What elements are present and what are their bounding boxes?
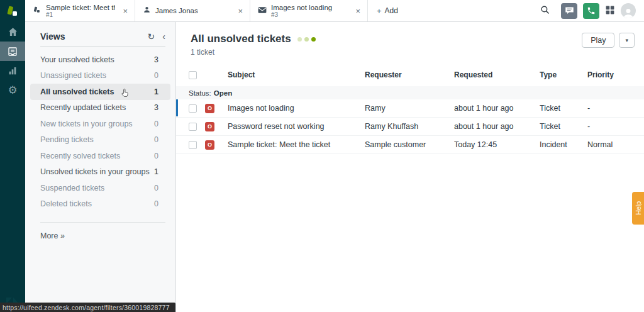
gear-icon: ⚙ [8, 85, 17, 96]
play-options-button[interactable]: ▾ [619, 33, 635, 48]
views-panel-title: Views [40, 31, 148, 42]
nav-views-button[interactable] [0, 42, 25, 61]
collapse-panel-icon[interactable]: ‹ [162, 31, 165, 42]
column-header-requested[interactable]: Requested [454, 70, 540, 79]
tab-ticket-number: #3 [271, 11, 348, 18]
views-header-divider [40, 46, 165, 47]
views-more-link[interactable]: More » [25, 223, 175, 249]
view-label: Recently solved tickets [40, 152, 120, 160]
zendesk-agent-app: ⚙ Sample ticket: Meet the tic... #1 × Ja… [0, 0, 644, 312]
zendesk-ticket-icon [33, 6, 42, 16]
column-header-subject[interactable]: Subject [228, 70, 365, 79]
avatar-person-icon [622, 7, 635, 18]
add-tab-button[interactable]: + Add [368, 0, 407, 21]
view-label: Unsolved tickets in your groups [40, 167, 150, 176]
close-icon[interactable]: × [119, 6, 131, 16]
row-checkbox[interactable] [189, 104, 197, 113]
plus-icon: + [377, 6, 382, 16]
view-label: Unassigned tickets [40, 71, 106, 80]
search-icon[interactable] [540, 4, 550, 17]
ticket-type: Incident [540, 140, 587, 149]
chat-bubble-icon [565, 6, 574, 15]
view-count: 0 [154, 152, 158, 160]
column-header-priority[interactable]: Priority [587, 70, 633, 79]
ticket-requester: Ramy [365, 104, 454, 113]
view-count: 0 [154, 135, 158, 144]
views-header: Views ↻ ‹ [25, 22, 175, 46]
view-content: All unsolved tickets 1 ticket Play ▾ Sub… [176, 22, 644, 312]
tab-ticket-number: #1 [46, 11, 115, 18]
row-checkbox[interactable] [189, 141, 197, 149]
tab-images-not-loading[interactable]: Images not loading #3 × [250, 0, 368, 21]
view-item-unassigned[interactable]: Unassigned tickets 0 [25, 68, 175, 84]
ticket-requested: about 1 hour ago [454, 122, 540, 131]
topbar-actions [540, 0, 644, 21]
tickets-table: Subject Requester Requested Type Priorit… [176, 67, 644, 154]
close-icon[interactable]: × [352, 6, 364, 16]
ticket-requested: Today 12:45 [454, 140, 540, 149]
nav-home-button[interactable] [0, 22, 25, 42]
view-count: 0 [154, 199, 158, 208]
table-row[interactable]: O Images not loading Ramy about 1 hour a… [176, 99, 644, 118]
views-panel: Views ↻ ‹ Your unsolved tickets 3 Unassi… [25, 22, 176, 312]
page-title: All unsolved tickets [191, 33, 291, 45]
nav-admin-button[interactable]: ⚙ [0, 81, 25, 100]
view-item-pending[interactable]: Pending tickets 0 [25, 132, 175, 148]
view-item-your-unsolved[interactable]: Your unsolved tickets 3 [25, 52, 175, 68]
view-item-recently-updated[interactable]: Recently updated tickets 3 [25, 100, 175, 116]
ticket-subject[interactable]: Sample ticket: Meet the ticket [228, 140, 365, 149]
view-item-all-unsolved[interactable]: All unsolved tickets 1 [30, 84, 170, 100]
tab-title: Images not loading [271, 4, 348, 11]
view-item-recently-solved[interactable]: Recently solved tickets 0 [25, 148, 175, 164]
view-item-suspended[interactable]: Suspended tickets 0 [25, 180, 175, 196]
table-row[interactable]: O Sample ticket: Meet the ticket Sample … [176, 136, 644, 154]
ticket-subject[interactable]: Images not loading [228, 104, 365, 113]
chat-button[interactable] [561, 3, 577, 19]
view-label: New tickets in your groups [40, 120, 133, 128]
tab-sample-ticket[interactable]: Sample ticket: Meet the tic... #1 × [25, 0, 135, 21]
dot-icon [304, 37, 309, 42]
view-count: 0 [154, 184, 158, 192]
ticket-subject[interactable]: Password reset not working [228, 122, 365, 131]
dot-icon [311, 37, 316, 42]
close-icon[interactable]: × [235, 6, 246, 16]
ticket-priority: - [587, 122, 633, 131]
column-header-type[interactable]: Type [540, 70, 587, 79]
table-header-row: Subject Requester Requested Type Priorit… [176, 67, 644, 83]
view-count: 1 [154, 87, 158, 96]
view-item-new-in-groups[interactable]: New tickets in your groups 0 [25, 116, 175, 132]
browser-link-preview: https://uifeed.zendesk.com/agent/filters… [0, 303, 175, 312]
view-count: 0 [154, 71, 158, 80]
view-count: 3 [154, 55, 158, 64]
play-button[interactable]: Play [582, 33, 614, 48]
view-label: Your unsolved tickets [40, 55, 114, 64]
help-tab-label: Help [635, 201, 642, 215]
status-badge-open: O [205, 122, 214, 131]
tab-james-jonas[interactable]: James Jonas × [135, 0, 250, 21]
phone-button[interactable] [583, 3, 599, 19]
view-count: 1 [154, 167, 158, 176]
tab-title: James Jonas [155, 7, 230, 14]
user-avatar[interactable] [621, 3, 636, 18]
views-icon [7, 46, 18, 57]
left-nav-rail: ⚙ [0, 0, 25, 312]
phone-icon [587, 6, 596, 15]
zendesk-logo [0, 0, 25, 22]
tab-title: Sample ticket: Meet the tic... [46, 4, 115, 11]
refresh-icon[interactable]: ↻ [148, 31, 155, 42]
view-item-unsolved-in-groups[interactable]: Unsolved tickets in your groups 1 [25, 164, 175, 181]
help-tab-button[interactable]: Help [632, 192, 644, 225]
view-item-deleted[interactable]: Deleted tickets 0 [25, 196, 175, 213]
column-header-requester[interactable]: Requester [365, 70, 454, 79]
home-icon [8, 26, 18, 37]
select-all-checkbox[interactable] [189, 71, 197, 79]
ticket-count: 1 ticket [191, 48, 316, 57]
chevron-down-icon: ▾ [625, 37, 628, 43]
view-count: 3 [154, 103, 158, 112]
view-label: Recently updated tickets [40, 103, 126, 112]
ticket-type: Ticket [540, 122, 587, 131]
table-row[interactable]: O Password reset not working Ramy Khuffa… [176, 118, 644, 136]
nav-reports-button[interactable] [0, 61, 25, 81]
row-checkbox[interactable] [189, 123, 197, 131]
apps-grid-button[interactable] [605, 5, 615, 17]
